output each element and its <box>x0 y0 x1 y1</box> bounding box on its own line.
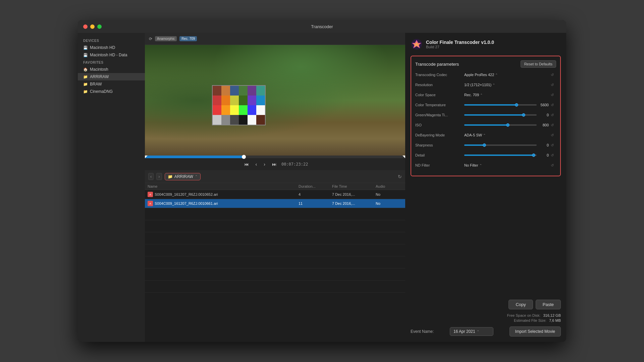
app-window: Transcoder DEVICES 💾 Macintosh HD 💾 Maci… <box>78 20 566 342</box>
param-value-colorspace[interactable]: Rec. 709 ⌃ <box>464 93 547 97</box>
param-value-debayering[interactable]: ADA-5 SW ⌃ <box>464 133 547 137</box>
reset-param-icon[interactable]: ↺ <box>551 133 556 137</box>
swatch-11 <box>248 96 256 105</box>
chevron-icon: ⌃ <box>479 164 482 167</box>
folder-icon: 📁 <box>168 174 173 179</box>
table-row-empty <box>145 256 405 268</box>
copy-button[interactable]: Copy <box>508 300 533 309</box>
swatch-3 <box>230 86 239 96</box>
param-number: 5600 <box>539 103 549 107</box>
event-chevron-icon: ⌃ <box>477 330 479 334</box>
param-value-nd-filter[interactable]: No Filter ⌃ <box>464 163 547 167</box>
slider-thumb[interactable] <box>522 113 525 117</box>
slider-thumb[interactable] <box>483 143 486 147</box>
free-space-label: Free Space on Disk: <box>507 313 541 317</box>
close-button[interactable] <box>83 24 88 29</box>
sidebar-item-label: Macintosh HD - Data <box>90 53 127 57</box>
sidebar-item-macintosh-hd[interactable]: 💾 Macintosh HD <box>78 44 145 51</box>
title-bar: Transcoder <box>78 20 566 33</box>
refresh-button[interactable]: ↻ <box>398 174 402 179</box>
sidebar-item-macintosh-hd-data[interactable]: 💾 Macintosh HD - Data <box>78 51 145 59</box>
col-duration: Duration... <box>299 184 332 188</box>
nd-filter-value-text: No Filter <box>464 163 478 167</box>
playback-handle[interactable] <box>242 155 246 159</box>
maximize-button[interactable] <box>97 24 102 29</box>
step-forward-button[interactable]: › <box>262 160 267 168</box>
goto-start-button[interactable]: ⏮ <box>242 160 251 168</box>
preview-icon: ⟳ <box>149 37 152 41</box>
slider-fill <box>464 155 534 156</box>
file-browser: ‹ › 📁 ARRIRAW ⌃ ↻ Name Duration... File … <box>145 170 405 342</box>
param-label: Green/Magenta Ti... <box>415 113 462 117</box>
reset-param-icon[interactable]: ↺ <box>551 113 556 117</box>
reset-param-icon[interactable]: ↺ <box>551 143 556 147</box>
event-name-picker[interactable]: 16 Apr 2021 ⌃ <box>450 327 493 336</box>
sidebar-item-macintosh[interactable]: 🏠 Macintosh <box>78 66 145 73</box>
table-row-empty <box>145 268 405 281</box>
sharpness-slider[interactable] <box>464 144 537 146</box>
color-chart <box>212 85 266 125</box>
window-title: Transcoder <box>311 24 333 29</box>
swatch-13 <box>213 105 221 115</box>
reset-param-icon[interactable]: ↺ <box>551 153 556 158</box>
reset-defaults-button[interactable]: Reset to Defaults <box>521 60 556 68</box>
iso-slider[interactable] <box>464 124 537 126</box>
playback-bar[interactable] <box>145 156 405 158</box>
sidebar-item-braw[interactable]: 📁 BRAW <box>78 80 145 88</box>
param-row-iso: ISO 800 ↺ <box>415 121 556 129</box>
file-audio-cell: No <box>376 201 402 205</box>
slider-thumb[interactable] <box>532 154 535 157</box>
nav-forward-button[interactable]: › <box>156 173 162 180</box>
slider-thumb[interactable] <box>506 123 509 127</box>
nav-back-button[interactable]: ‹ <box>148 173 154 180</box>
slider-thumb[interactable] <box>515 103 518 107</box>
transport-controls: ⏮ ‹ › ⏭ 00:07:23:22 <box>145 158 405 170</box>
file-duration-cell: 11 <box>299 201 332 205</box>
chevron-icon: ⌃ <box>495 73 498 77</box>
timecode-display: 00:07:23:22 <box>281 162 308 167</box>
reset-param-icon[interactable]: ↺ <box>551 103 556 107</box>
goto-end-button[interactable]: ⏭ <box>270 160 279 168</box>
colorspace-value-text: Rec. 709 <box>464 93 479 97</box>
param-label: Color Temperature <box>415 103 462 107</box>
est-size-row: Estimated File Size: 7,6 MB <box>514 318 561 322</box>
paste-button[interactable]: Paste <box>536 300 561 309</box>
devices-label: DEVICES <box>78 37 145 44</box>
table-row-empty <box>145 220 405 232</box>
disk-info: Free Space on Disk: 316,12 GB Estimated … <box>411 313 561 322</box>
reset-param-icon[interactable]: ↺ <box>551 93 556 97</box>
param-label: Detail <box>415 153 462 157</box>
step-back-button[interactable]: ‹ <box>254 160 259 168</box>
reset-param-icon[interactable]: ↺ <box>551 163 556 168</box>
reset-param-icon[interactable]: ↺ <box>551 83 556 87</box>
sidebar-item-arriraw[interactable]: 📁 ARRIRAW <box>78 73 145 80</box>
param-label: Resolution <box>415 83 462 87</box>
table-row[interactable]: A S004C009_161207_R6ZJ.0010661.ari 11 7 … <box>145 199 405 208</box>
param-row-green-magenta: Green/Magenta Ti... 0 ↺ <box>415 111 556 119</box>
start-marker <box>145 156 148 158</box>
param-value-resolution[interactable]: 1/2 (1712×1101) ⌃ <box>464 83 547 87</box>
reset-param-icon[interactable]: ↺ <box>551 73 556 77</box>
param-row-detail: Detail 0 ↺ <box>415 152 556 159</box>
green-magenta-slider[interactable] <box>464 114 537 116</box>
col-audio: Audio <box>376 184 402 188</box>
drive-icon: 💾 <box>83 46 88 50</box>
color-temp-slider[interactable] <box>464 104 537 106</box>
slider-fill <box>464 114 524 116</box>
reset-param-icon[interactable]: ↺ <box>551 123 556 127</box>
param-value-codec[interactable]: Apple ProRes 422 ⌃ <box>464 73 547 77</box>
slider-area <box>464 104 537 106</box>
table-row[interactable]: A S004C009_161207_R6ZJ.0010652.ari 4 7 D… <box>145 190 405 199</box>
minimize-button[interactable] <box>90 24 95 29</box>
swatch-14 <box>221 105 230 115</box>
param-label: Sharpness <box>415 143 462 147</box>
param-row-debayering: DeBayering Mode ADA-5 SW ⌃ ↺ <box>415 131 556 139</box>
folder-path[interactable]: 📁 ARRIRAW ⌃ <box>165 173 201 180</box>
detail-slider[interactable] <box>464 155 537 156</box>
event-name-text: 16 Apr 2021 <box>453 329 475 334</box>
event-label: Event Name: <box>411 329 434 334</box>
sidebar-item-cinemadng[interactable]: 📁 CinemaDNG <box>78 88 145 95</box>
import-button[interactable]: Import Selected Movie <box>509 326 561 337</box>
swatch-22 <box>239 115 248 125</box>
swatch-24 <box>256 115 265 125</box>
